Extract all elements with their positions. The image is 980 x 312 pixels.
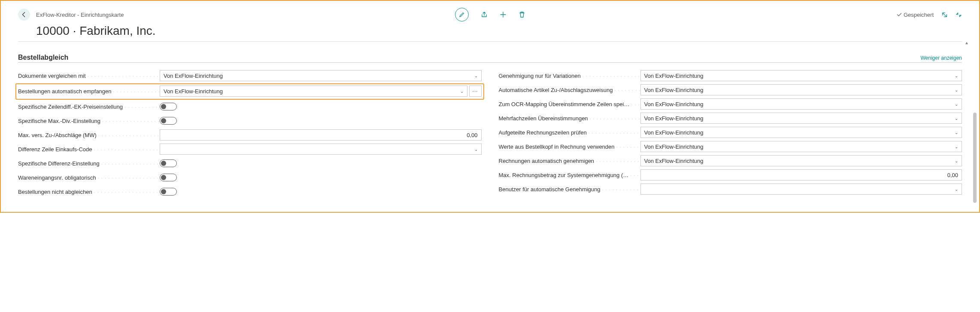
row-benutzer-auto-genehm: Benutzer für automatische Genehmigung ⌄ — [499, 182, 962, 196]
breadcrumb: ExFlow-Kreditor - Einrichtungskarte — [36, 12, 124, 18]
genehmigung-var-select[interactable]: Von ExFlow-Einrichtung ⌄ — [640, 70, 962, 81]
select-value: Von ExFlow-Einrichtung — [164, 88, 223, 95]
row-mehrfachzeilen: Mehrfachzeilen Übereinstimmungen Von ExF… — [499, 111, 962, 125]
field-label: Automatische Artikel Zu-/Abschlagszuweis… — [499, 87, 640, 93]
show-less-link[interactable]: Weniger anzeigen — [920, 55, 962, 61]
chevron-down-icon: ⌄ — [955, 73, 958, 78]
wareneingang-toggle[interactable] — [160, 174, 177, 181]
row-max-rechnungsbetrag: Max. Rechnungsbetrag zur Systemgenehmigu… — [499, 168, 962, 182]
field-label: Aufgeteilte Rechnungszeilen prüfen — [499, 129, 640, 136]
row-wareneingang: Wareneingangsnr. obligatorisch — [18, 171, 482, 184]
auto-artikel-zu-select[interactable]: Von ExFlow-Einrichtung ⌄ — [640, 84, 962, 95]
status-area: Gespeichert — [897, 12, 962, 18]
chevron-down-icon: ⌄ — [460, 89, 464, 94]
field-label: Wareneingangsnr. obligatorisch — [18, 174, 160, 181]
select-value: Von ExFlow-Einrichtung — [644, 144, 704, 150]
field-label: Genehmigung nur für Variationen — [499, 73, 640, 79]
select-value: Von ExFlow-Einrichtung — [644, 87, 704, 93]
page-root: ExFlow-Kreditor - Einrichtungskarte Gesp… — [1, 1, 979, 212]
max-vers-input[interactable]: 0,00 — [160, 129, 482, 141]
left-column: Dokumente vergleichen mit Von ExFlow-Ein… — [18, 69, 482, 199]
field-label: Spezifische Differenz-Einstellung — [18, 160, 160, 167]
best-nicht-abgl-toggle[interactable] — [160, 188, 177, 196]
share-icon — [481, 11, 488, 18]
select-value: Von ExFlow-Einrichtung — [644, 101, 704, 107]
new-button[interactable] — [500, 11, 507, 18]
form-columns: Dokumente vergleichen mit Von ExFlow-Ein… — [18, 69, 962, 199]
field-label: Bestellungen nicht abgleichen — [18, 189, 160, 195]
field-label: Max. vers. Zu-/Abschläge (MW) — [18, 132, 160, 138]
select-value: Von ExFlow-Einrichtung — [164, 73, 223, 79]
spez-diff-toggle[interactable] — [160, 159, 177, 167]
field-label: Spezifische Max.-Div.-Einstellung — [18, 118, 160, 124]
chevron-down-icon: ⌄ — [474, 73, 478, 78]
row-spez-diff: Spezifische Differenz-Einstellung — [18, 156, 482, 170]
popout-button[interactable] — [941, 12, 948, 18]
popout-icon — [941, 12, 948, 18]
row-spez-zeilendiff: Spezifische Zeilendiff.-EK-Preiseinstell… — [18, 100, 482, 113]
chevron-down-icon: ⌄ — [955, 187, 958, 192]
chevron-down-icon: ⌄ — [955, 116, 958, 121]
row-bestellungen-autoemp: Bestellungen automatisch empfangen Von E… — [18, 84, 482, 98]
benutzer-auto-genehm-select[interactable]: ⌄ — [640, 184, 962, 195]
spez-maxdiv-toggle[interactable] — [160, 117, 177, 125]
field-label: Rechnungen automatisch genehmigen — [499, 158, 640, 164]
share-button[interactable] — [481, 11, 488, 18]
werte-bestellkopf-select[interactable]: Von ExFlow-Einrichtung ⌄ — [640, 141, 962, 152]
field-label: Mehrfachzeilen Übereinstimmungen — [499, 115, 640, 122]
field-label: Max. Rechnungsbetrag zur Systemgenehmigu… — [499, 172, 640, 178]
saved-indicator: Gespeichert — [897, 12, 934, 18]
row-best-nicht-abgl: Bestellungen nicht abgleichen — [18, 185, 482, 199]
max-rechnungsbetrag-input[interactable]: 0,00 — [640, 169, 962, 180]
aufgeteilte-select[interactable]: Von ExFlow-Einrichtung ⌄ — [640, 127, 962, 138]
field-label: Werte aus Bestellkopf in Rechnung verwen… — [499, 144, 640, 150]
chevron-down-icon: ⌄ — [955, 130, 958, 135]
chevron-down-icon: ⌄ — [955, 159, 958, 163]
trash-icon — [519, 11, 525, 18]
chevron-down-icon: ⌄ — [955, 144, 958, 149]
back-button[interactable] — [18, 9, 30, 21]
right-column: Genehmigung nur für Variationen Von ExFl… — [499, 69, 962, 199]
field-label: Zum OCR-Mapping Übereinstimmende Zeilen … — [499, 101, 640, 107]
scrollbar[interactable] — [973, 113, 977, 203]
arrow-left-icon — [21, 12, 27, 18]
row-auto-artikel-zu: Automatische Artikel Zu-/Abschlagszuweis… — [499, 83, 962, 97]
row-diff-einkaufs-code: Differenz Zeile Einkaufs-Code ⌄ — [18, 142, 482, 156]
page-title: 10000 · Fabrikam, Inc. — [36, 24, 962, 38]
row-ocr-mapping: Zum OCR-Mapping Übereinstimmende Zeilen … — [499, 97, 962, 111]
section-divider — [18, 62, 962, 63]
row-rechn-auto-genehm: Rechnungen automatisch genehmigen Von Ex… — [499, 154, 962, 168]
section-header: Bestellabgleich Weniger anzeigen — [18, 54, 962, 61]
spez-zeilendiff-toggle[interactable] — [160, 103, 177, 110]
section-title: Bestellabgleich — [18, 54, 68, 61]
section-collapse-caret[interactable]: ▲ — [965, 40, 969, 45]
row-max-vers: Max. vers. Zu-/Abschläge (MW) 0,00 — [18, 128, 482, 142]
bestellungen-autoemp-select[interactable]: Von ExFlow-Einrichtung ⌄ — [160, 86, 467, 97]
more-options-button[interactable]: ··· — [469, 86, 482, 97]
mehrfachzeilen-select[interactable]: Von ExFlow-Einrichtung ⌄ — [640, 113, 962, 124]
title-divider — [18, 41, 962, 42]
diff-einkaufs-code-select[interactable]: ⌄ — [160, 144, 482, 155]
pencil-icon — [459, 12, 465, 18]
select-value: Von ExFlow-Einrichtung — [644, 129, 704, 136]
row-spez-maxdiv: Spezifische Max.-Div.-Einstellung — [18, 114, 482, 128]
select-value: Von ExFlow-Einrichtung — [644, 115, 704, 122]
collapse-icon — [956, 12, 962, 18]
select-value: Von ExFlow-Einrichtung — [644, 73, 704, 79]
check-icon — [897, 12, 902, 17]
dokumente-vergleichen-select[interactable]: Von ExFlow-Einrichtung ⌄ — [160, 70, 482, 81]
select-value: Von ExFlow-Einrichtung — [644, 158, 704, 164]
delete-button[interactable] — [519, 11, 525, 18]
row-werte-bestellkopf: Werte aus Bestellkopf in Rechnung verwen… — [499, 140, 962, 153]
ocr-mapping-select[interactable]: Von ExFlow-Einrichtung ⌄ — [640, 98, 962, 110]
rechn-auto-genehm-select[interactable]: Von ExFlow-Einrichtung ⌄ — [640, 155, 962, 166]
edit-button[interactable] — [455, 8, 469, 21]
field-label: Spezifische Zeilendiff.-EK-Preiseinstell… — [18, 104, 160, 110]
chevron-down-icon: ⌄ — [955, 102, 958, 107]
collapse-button[interactable] — [956, 12, 962, 18]
field-label: Dokumente vergleichen mit — [18, 73, 160, 79]
field-label: Differenz Zeile Einkaufs-Code — [18, 146, 160, 153]
field-label: Benutzer für automatische Genehmigung — [499, 186, 640, 193]
row-genehmigung-var: Genehmigung nur für Variationen Von ExFl… — [499, 69, 962, 83]
plus-icon — [500, 11, 507, 18]
